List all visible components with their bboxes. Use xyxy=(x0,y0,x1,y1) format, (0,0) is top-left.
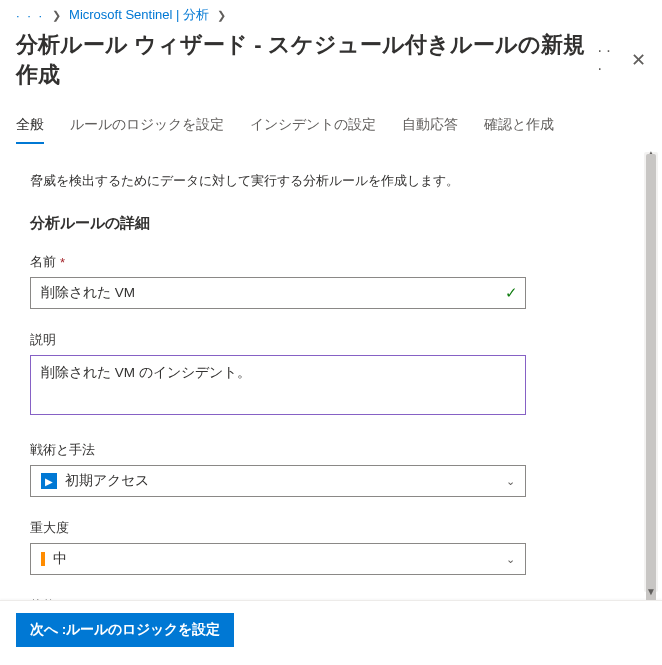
severity-label: 重大度 xyxy=(30,519,610,537)
tab-general[interactable]: 全般 xyxy=(16,110,44,144)
tab-incident[interactable]: インシデントの設定 xyxy=(250,110,376,144)
form-body: 脅威を検出するためにデータに対して実行する分析ルールを作成します。 分析ルールの… xyxy=(0,144,640,600)
tactics-select[interactable]: ▶ 初期アクセス ⌄ xyxy=(30,465,526,497)
required-asterisk-icon: * xyxy=(60,255,65,270)
severity-value: 中 xyxy=(53,550,67,568)
breadcrumb: · · · ❯ Microsoft Sentinel | 分析 ❯ xyxy=(0,0,662,26)
status-label: 状態 xyxy=(30,597,610,600)
tabs: 全般 ルールのロジックを設定 インシデントの設定 自動応答 確認と作成 xyxy=(0,110,662,144)
scrollbar-track[interactable]: ▲ ▼ xyxy=(644,152,658,592)
footer: 次へ :ルールのロジックを設定 xyxy=(0,600,662,665)
tab-autoresp[interactable]: 自動応答 xyxy=(402,110,458,144)
tab-review[interactable]: 確認と作成 xyxy=(484,110,554,144)
scroll-down-icon[interactable]: ▼ xyxy=(644,584,658,598)
close-icon[interactable]: ✕ xyxy=(631,49,646,71)
section-title-details: 分析ルールの詳細 xyxy=(30,214,610,233)
chevron-down-icon: ⌄ xyxy=(506,475,515,488)
scrollbar-thumb[interactable] xyxy=(646,154,656,600)
check-icon: ✓ xyxy=(505,284,518,302)
breadcrumb-link-sentinel[interactable]: Microsoft Sentinel | 分析 xyxy=(69,6,209,24)
page-header: 分析ルール ウィザード - スケジュール付きルールの新規作成 · · · ✕ xyxy=(0,26,662,110)
chevron-right-icon: ❯ xyxy=(217,9,226,22)
tactics-value: 初期アクセス xyxy=(65,472,149,490)
severity-select[interactable]: 中 ⌄ xyxy=(30,543,526,575)
page-title: 分析ルール ウィザード - スケジュール付きルールの新規作成 xyxy=(16,30,597,90)
more-actions-button[interactable]: · · · xyxy=(597,42,617,78)
tactics-label: 戦術と手法 xyxy=(30,441,610,459)
tab-logic[interactable]: ルールのロジックを設定 xyxy=(70,110,224,144)
intro-text: 脅威を検出するためにデータに対して実行する分析ルールを作成します。 xyxy=(30,172,610,190)
chevron-down-icon: ⌄ xyxy=(506,553,515,566)
severity-bar-icon xyxy=(41,552,45,566)
chevron-right-icon: ❯ xyxy=(52,9,61,22)
description-label: 説明 xyxy=(30,331,610,349)
tactic-icon: ▶ xyxy=(41,473,57,489)
breadcrumb-ellipsis[interactable]: · · · xyxy=(16,8,44,23)
name-input[interactable] xyxy=(30,277,526,309)
next-button[interactable]: 次へ :ルールのロジックを設定 xyxy=(16,613,234,647)
description-input[interactable] xyxy=(30,355,526,415)
name-label: 名前* xyxy=(30,253,610,271)
